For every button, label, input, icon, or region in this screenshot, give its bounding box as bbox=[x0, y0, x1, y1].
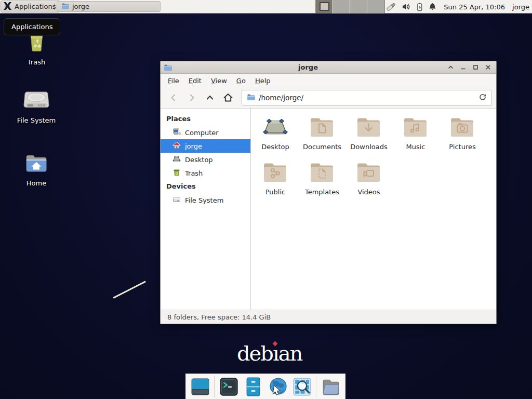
folder-item-label: Documents bbox=[303, 143, 341, 151]
sidebar-header-places: Places bbox=[161, 112, 250, 126]
folder-item-videos[interactable]: Videos bbox=[345, 162, 392, 196]
sidebar-item-desktop[interactable]: Desktop bbox=[161, 153, 250, 166]
documents-folder-icon bbox=[310, 117, 335, 139]
sidebar-item-label: jorge bbox=[185, 142, 202, 150]
videos-folder-icon bbox=[356, 162, 381, 184]
sidebar-item-computer[interactable]: Computer bbox=[161, 126, 250, 139]
desktop-icon bbox=[172, 155, 181, 165]
menu-help[interactable]: Help bbox=[250, 75, 275, 87]
reload-icon[interactable] bbox=[478, 93, 487, 103]
music-folder-icon bbox=[403, 117, 428, 139]
volume-icon[interactable] bbox=[402, 2, 411, 11]
wordmark-part: deb bbox=[237, 341, 273, 365]
close-button[interactable] bbox=[482, 62, 494, 73]
public-folder-icon bbox=[263, 162, 288, 184]
forward-button[interactable] bbox=[182, 90, 201, 106]
sidebar-item-label: File System bbox=[185, 196, 223, 204]
folder-item-templates[interactable]: Templates bbox=[299, 162, 345, 196]
panel-username: jorge bbox=[512, 3, 529, 11]
pictures-folder-icon bbox=[450, 117, 475, 139]
menu-file[interactable]: File bbox=[163, 75, 184, 87]
applications-tooltip: Applications bbox=[4, 18, 60, 35]
desktop: Applications jorge bbox=[0, 0, 532, 399]
menu-edit[interactable]: Edit bbox=[184, 75, 206, 87]
window-titlebar[interactable]: jorge bbox=[161, 61, 496, 74]
window-folder-icon bbox=[164, 63, 172, 72]
desktop-icon-label: File System bbox=[17, 116, 56, 124]
taskbar-window-button[interactable]: jorge bbox=[57, 1, 161, 12]
home-button[interactable] bbox=[219, 90, 237, 106]
notifications-bell-icon[interactable] bbox=[428, 3, 437, 11]
downloads-folder-icon bbox=[356, 117, 381, 139]
battery-charging-icon[interactable] bbox=[416, 2, 423, 12]
minimize-button[interactable] bbox=[457, 62, 469, 73]
user-home-icon bbox=[172, 141, 181, 151]
back-button[interactable] bbox=[164, 90, 182, 106]
input-device-icon[interactable] bbox=[385, 1, 397, 12]
trash-icon bbox=[172, 168, 181, 178]
workspace-4[interactable] bbox=[367, 0, 384, 14]
menubar: File Edit View Go Help bbox=[161, 74, 496, 87]
taskbar-window-label: jorge bbox=[72, 3, 89, 10]
folder-item-pictures[interactable]: Pictures bbox=[439, 117, 486, 151]
location-input[interactable] bbox=[259, 94, 475, 102]
folder-item-label: Videos bbox=[357, 188, 380, 196]
shade-button[interactable] bbox=[444, 62, 457, 73]
folder-view: Desktop Documents Downloads bbox=[251, 109, 496, 310]
location-bar[interactable] bbox=[242, 90, 492, 106]
dock-separator bbox=[214, 376, 215, 397]
applications-menu-button[interactable]: Applications bbox=[1, 1, 60, 12]
menu-go[interactable]: Go bbox=[232, 75, 250, 87]
window-body: Places Computer jorge bbox=[161, 109, 496, 310]
folder-item-label: Templates bbox=[305, 188, 339, 196]
folder-item-desktop[interactable]: Desktop bbox=[252, 117, 299, 151]
templates-folder-icon bbox=[310, 162, 335, 184]
panel-clock[interactable]: Sun 25 Apr, 10:06 bbox=[444, 3, 505, 11]
panel-separator-handle[interactable] bbox=[52, 3, 56, 11]
filesystem-drive-icon bbox=[23, 88, 50, 114]
terminal-emulator-icon[interactable] bbox=[218, 376, 240, 397]
workspace-1[interactable] bbox=[316, 0, 333, 14]
sidebar-item-label: Desktop bbox=[185, 156, 213, 164]
maximize-button[interactable] bbox=[469, 62, 482, 73]
sidebar-item-jorge[interactable]: jorge bbox=[161, 139, 250, 153]
desktop-icon-label: Home bbox=[26, 179, 46, 187]
application-finder-icon[interactable] bbox=[291, 376, 313, 397]
top-panel: Applications jorge bbox=[0, 0, 532, 14]
workspace-3[interactable] bbox=[350, 0, 367, 14]
folder-item-documents[interactable]: Documents bbox=[299, 117, 345, 151]
statusbar-text: 8 folders, Free space: 14.4 GiB bbox=[167, 313, 271, 321]
wordmark-part: an bbox=[278, 341, 302, 365]
up-button[interactable] bbox=[201, 90, 219, 106]
folder-item-public[interactable]: Public bbox=[252, 162, 299, 196]
sidebar-item-file-system[interactable]: File System bbox=[161, 193, 250, 207]
file-cabinet-icon[interactable] bbox=[243, 376, 264, 397]
desktop-icon-file-system[interactable]: File System bbox=[10, 88, 62, 124]
sidebar: Places Computer jorge bbox=[161, 109, 251, 310]
desktop-icon-label: Trash bbox=[28, 58, 45, 66]
folder-item-label: Desktop bbox=[261, 143, 289, 151]
folder-item-label: Public bbox=[265, 188, 285, 196]
folder-item-downloads[interactable]: Downloads bbox=[345, 117, 392, 151]
show-desktop-icon[interactable] bbox=[190, 376, 211, 397]
workspace-2[interactable] bbox=[333, 0, 350, 14]
folder-item-label: Music bbox=[406, 143, 425, 151]
folder-item-music[interactable]: Music bbox=[392, 117, 439, 151]
sidebar-item-label: Computer bbox=[185, 129, 219, 137]
workspace-window-miniature bbox=[320, 2, 329, 11]
bottom-dock bbox=[185, 374, 345, 399]
statusbar: 8 folders, Free space: 14.4 GiB bbox=[161, 310, 496, 324]
web-browser-icon[interactable] bbox=[267, 376, 288, 397]
file-manager-window: jorge File Edit View Go Help bbox=[160, 61, 497, 324]
wordmark-i-with-diamond: ı bbox=[273, 343, 278, 364]
desktop-icon-home[interactable]: Home bbox=[10, 152, 62, 187]
file-manager-icon[interactable] bbox=[320, 376, 341, 397]
sidebar-item-label: Trash bbox=[185, 169, 203, 177]
xfce-applications-icon bbox=[3, 2, 12, 12]
dock-separator bbox=[316, 376, 317, 397]
debian-wordmark: debıan bbox=[237, 343, 302, 364]
sidebar-item-trash[interactable]: Trash bbox=[161, 166, 250, 180]
menu-view[interactable]: View bbox=[206, 75, 232, 87]
window-title: jorge bbox=[172, 63, 444, 71]
folder-icon bbox=[61, 2, 69, 11]
